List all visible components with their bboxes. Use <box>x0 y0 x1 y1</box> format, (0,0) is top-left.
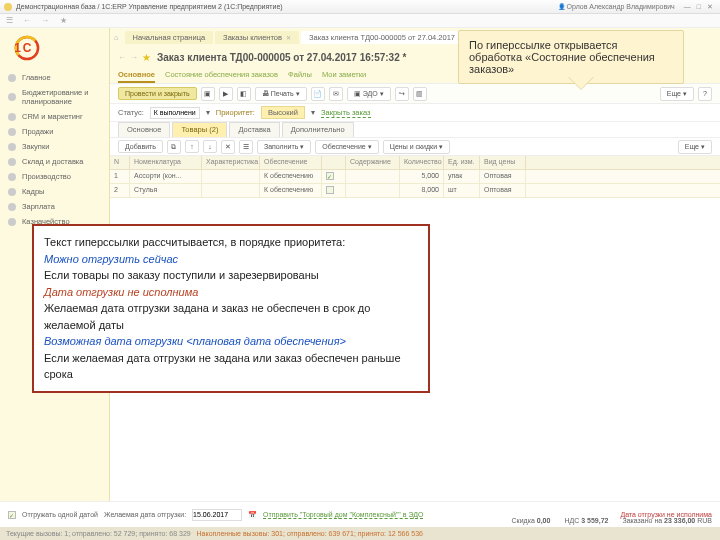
sidebar-item-budget[interactable]: Бюджетирование и планирование <box>0 85 109 109</box>
app-circle-icon <box>4 3 12 11</box>
close-order-link[interactable]: Закрыть заказ <box>321 108 371 118</box>
fwd-icon[interactable]: → <box>130 53 138 62</box>
dtab-delivery[interactable]: Доставка <box>229 122 279 137</box>
close-icon[interactable]: ✕ <box>704 3 716 11</box>
checkbox-icon[interactable] <box>326 186 334 194</box>
subtab-provision[interactable]: Состояние обеспечения заказов <box>165 68 278 83</box>
save-icon[interactable]: ▣ <box>201 87 215 101</box>
help-button[interactable]: ? <box>698 87 712 101</box>
user-name[interactable]: Орлов Александр Владимирович <box>558 3 675 10</box>
sidebar-item-crm[interactable]: CRM и маркетинг <box>0 109 109 124</box>
prices-button[interactable]: Цены и скидки ▾ <box>383 140 450 154</box>
tab-orders[interactable]: Заказы клиентов✕ <box>215 31 299 44</box>
star-icon[interactable]: ★ <box>142 52 151 63</box>
sidebar-item-production[interactable]: Производство <box>0 169 109 184</box>
svg-text:С: С <box>23 41 32 55</box>
wish-date-input[interactable] <box>192 509 242 521</box>
goods-grid: NНоменклатураХарактеристикаОбеспечениеСо… <box>110 156 720 198</box>
dtab-goods[interactable]: Товары (2) <box>172 122 227 137</box>
report-icon[interactable]: 📄 <box>311 87 325 101</box>
calendar-icon[interactable]: 📅 <box>248 511 257 519</box>
star-icon[interactable]: ★ <box>54 14 72 27</box>
back-icon[interactable]: ← <box>18 14 36 27</box>
edo-button[interactable]: ▣ ЭДО ▾ <box>347 87 391 101</box>
tab-home[interactable]: Начальная страница <box>125 31 214 44</box>
subtab-notes[interactable]: Мои заметки <box>322 68 366 83</box>
doc-toolbar: Провести и закрыть ▣ ▶ ◧ 🖶 Печать ▾ 📄 ✉ … <box>110 84 720 104</box>
wish-date-label: Желаемая дата отгрузки: <box>104 511 186 518</box>
system-iconbar: ☰ ← → ★ <box>0 14 720 28</box>
ship-one-checkbox[interactable] <box>8 511 16 519</box>
priority-value[interactable]: Высокий <box>261 106 305 119</box>
table-row[interactable]: 1Ассорти (кон...К обеспечению5,000упакОп… <box>110 170 720 184</box>
fill-button[interactable]: Заполнить ▾ <box>257 140 311 154</box>
window-titlebar: Демонстрационная база / 1С:ERP Управлени… <box>0 0 720 14</box>
grid-more-button[interactable]: Еще ▾ <box>678 140 712 154</box>
logo-1c: 1С <box>0 28 109 68</box>
svg-text:1: 1 <box>14 41 21 55</box>
subtab-files[interactable]: Файлы <box>288 68 312 83</box>
data-tabs: Основное Товары (2) Доставка Дополнитель… <box>110 122 720 138</box>
warn-text: Дата отгрузки не исполнима <box>620 511 712 518</box>
del-icon[interactable]: ✕ <box>221 140 235 154</box>
post-icon[interactable]: ▶ <box>219 87 233 101</box>
priority-label: Приоритет: <box>216 108 255 117</box>
grid-header: NНоменклатураХарактеристикаОбеспечениеСо… <box>110 156 720 170</box>
maximize-icon[interactable]: □ <box>694 3 704 10</box>
subtab-main[interactable]: Основное <box>118 68 155 83</box>
minimize-icon[interactable]: — <box>681 3 694 10</box>
window-title: Демонстрационная база / 1С:ERP Управлени… <box>16 3 283 10</box>
menu-icon[interactable]: ☰ <box>0 14 18 27</box>
dtab-extra[interactable]: Дополнительно <box>282 122 354 137</box>
down-icon[interactable]: ↓ <box>203 140 217 153</box>
status-label: Статус: <box>118 108 144 117</box>
sidebar-item-purchases[interactable]: Закупки <box>0 139 109 154</box>
mail-icon[interactable]: ✉ <box>329 87 343 101</box>
run-close-button[interactable]: Провести и закрыть <box>118 87 197 100</box>
explanation-box: Текст гиперссылки рассчитывается, в поря… <box>32 224 430 393</box>
table-row[interactable]: 2СтульяК обеспечению8,000штОптовая <box>110 184 720 198</box>
edo-link[interactable]: Отправить "Торговый дом "Комплексный"" в… <box>263 511 423 519</box>
barcode-icon[interactable]: ▥ <box>413 87 427 101</box>
up-icon[interactable]: ↑ <box>185 140 199 153</box>
sidebar-item-warehouse[interactable]: Склад и доставка <box>0 154 109 169</box>
back-icon[interactable]: ← <box>118 53 126 62</box>
based-icon[interactable]: ↪ <box>395 87 409 101</box>
more-button[interactable]: Еще ▾ <box>660 87 694 101</box>
sidebar-item-main[interactable]: Главное <box>0 70 109 85</box>
dtab-main[interactable]: Основное <box>118 122 170 137</box>
ship-one-label: Отгружать одной датой <box>22 511 98 518</box>
add-button[interactable]: Добавить <box>118 140 163 153</box>
print-button[interactable]: 🖶 Печать ▾ <box>255 87 307 101</box>
callout-box: По гиперссылке открывается обработка «Со… <box>458 30 684 84</box>
sidebar-item-hr[interactable]: Кадры <box>0 184 109 199</box>
sidebar-item-sales[interactable]: Продажи <box>0 124 109 139</box>
fwd-icon[interactable]: → <box>36 14 54 27</box>
close-icon[interactable]: ✕ <box>286 35 291 41</box>
pick-icon[interactable]: ☰ <box>239 140 253 154</box>
home-icon[interactable]: ⌂ <box>114 33 119 42</box>
checkbox-icon[interactable] <box>326 172 334 180</box>
sidebar-item-salary[interactable]: Зарплата <box>0 199 109 214</box>
status-bar: Текущие вызовы: 1; отправлено: 52 729; п… <box>0 527 720 540</box>
copy-icon[interactable]: ⧉ <box>167 140 181 154</box>
provision-button[interactable]: Обеспечение ▾ <box>315 140 378 154</box>
mode-icon[interactable]: ◧ <box>237 87 251 101</box>
doc-title: Заказ клиента ТД00-000005 от 27.04.2017 … <box>157 52 406 63</box>
status-input[interactable] <box>150 107 200 119</box>
